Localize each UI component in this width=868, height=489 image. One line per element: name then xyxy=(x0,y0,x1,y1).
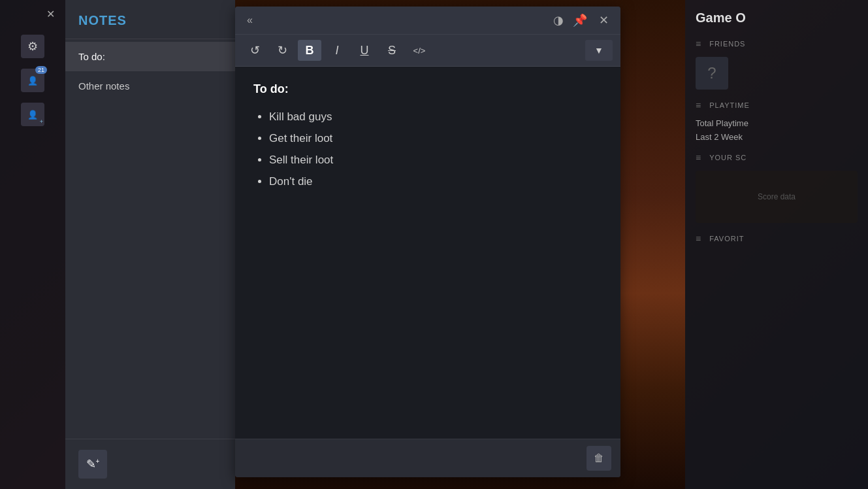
notes-item-todo-label: To do: xyxy=(78,51,105,62)
total-playtime-label: Total Playtime xyxy=(696,118,748,128)
your-score-section-header: ≡ YOUR SC xyxy=(696,152,858,163)
favorites-lines-icon: ≡ xyxy=(696,233,701,244)
notes-item-todo[interactable]: To do: xyxy=(65,42,235,71)
notes-item-other-label: Other notes xyxy=(78,80,129,92)
left-sidebar: ✕ ⚙ 👤 21 👤 + xyxy=(0,0,65,489)
editor-topbar: « ◑ 📌 ✕ xyxy=(235,7,620,35)
undo-button[interactable]: ↺ xyxy=(243,40,266,61)
editor-content[interactable]: To do: Kill bad guys Get their loot Sell… xyxy=(235,67,620,439)
notes-panel: NOTES To do: Other notes ✎+ xyxy=(65,0,235,489)
pencil-plus-icon: ✎+ xyxy=(86,457,100,471)
editor-toolbar: ↺ ↻ B I U S </> ▼ xyxy=(235,35,620,67)
notes-item-other[interactable]: Other notes xyxy=(65,71,235,101)
score-placeholder-text: Score data xyxy=(758,192,796,201)
friends-lines-icon: ≡ xyxy=(696,39,701,49)
pin-icon[interactable]: 📌 xyxy=(573,13,587,27)
trash-icon: 🗑 xyxy=(594,452,604,464)
score-placeholder: Score data xyxy=(696,171,858,223)
last2weeks-label: Last 2 Week xyxy=(696,132,743,142)
code-button[interactable]: </> xyxy=(408,40,431,61)
settings-icon[interactable]: ⚙ xyxy=(21,35,44,58)
friends-label: FRIENDS xyxy=(709,40,745,48)
list-item-4: Don't die xyxy=(269,173,602,192)
note-editor: « ◑ 📌 ✕ ↺ ↻ B I U S </> ▼ To do: Kill ba… xyxy=(235,7,620,477)
notes-list: To do: Other notes xyxy=(65,39,235,439)
add-friend-symbol: 👤 xyxy=(27,110,38,120)
sidebar-close-button[interactable]: ✕ xyxy=(44,7,57,22)
friends-icon[interactable]: 👤 21 xyxy=(21,69,44,92)
halfmoon-icon[interactable]: ◑ xyxy=(553,13,564,27)
friends-question-avatar: ? xyxy=(696,57,728,90)
right-panel-title: Game O xyxy=(696,10,858,25)
delete-note-button[interactable]: 🗑 xyxy=(587,446,611,471)
editor-list: Kill bad guys Get their loot Sell their … xyxy=(253,108,602,192)
friends-badge: 21 xyxy=(35,66,47,74)
settings-symbol: ⚙ xyxy=(27,39,38,54)
editor-close-button[interactable]: ✕ xyxy=(596,12,611,29)
bold-button[interactable]: B xyxy=(298,40,321,61)
redo-button[interactable]: ↻ xyxy=(270,40,294,61)
favorites-section-header: ≡ FAVORIT xyxy=(696,233,858,244)
game-overview-title: Game O xyxy=(696,10,746,25)
add-friend-plus: + xyxy=(40,118,43,125)
list-item-1: Kill bad guys xyxy=(269,108,602,127)
playtime-label: PLAYTIME xyxy=(709,101,750,109)
your-score-lines-icon: ≡ xyxy=(696,152,701,163)
new-note-button[interactable]: ✎+ xyxy=(78,450,107,479)
add-friend-icon[interactable]: 👤 + xyxy=(21,103,44,126)
favorites-label: FAVORIT xyxy=(709,235,744,243)
underline-button[interactable]: U xyxy=(353,40,376,61)
editor-topbar-right: ◑ 📌 ✕ xyxy=(553,12,611,29)
editor-topbar-left: « xyxy=(244,13,255,27)
editor-content-title: To do: xyxy=(253,82,602,96)
italic-button[interactable]: I xyxy=(325,40,349,61)
editor-footer: 🗑 xyxy=(235,439,620,477)
right-panel: Game O ≡ FRIENDS ? ≡ PLAYTIME Total Play… xyxy=(685,0,868,489)
notes-footer: ✎+ xyxy=(65,439,235,489)
your-score-label: YOUR SC xyxy=(709,154,747,161)
friends-section-header: ≡ FRIENDS xyxy=(696,39,858,49)
playtime-lines-icon: ≡ xyxy=(696,100,701,110)
last2weeks-row: Last 2 Week xyxy=(696,132,858,142)
toolbar-dropdown-button[interactable]: ▼ xyxy=(585,40,613,61)
total-playtime-row: Total Playtime xyxy=(696,118,858,128)
list-item-3: Sell their loot xyxy=(269,151,602,170)
friends-symbol: 👤 xyxy=(27,76,38,86)
editor-back-button[interactable]: « xyxy=(244,13,255,27)
notes-header: NOTES xyxy=(65,0,235,39)
notes-title: NOTES xyxy=(78,13,127,27)
playtime-section-header: ≡ PLAYTIME xyxy=(696,100,858,110)
strikethrough-button[interactable]: S xyxy=(380,40,404,61)
list-item-2: Get their loot xyxy=(269,129,602,148)
